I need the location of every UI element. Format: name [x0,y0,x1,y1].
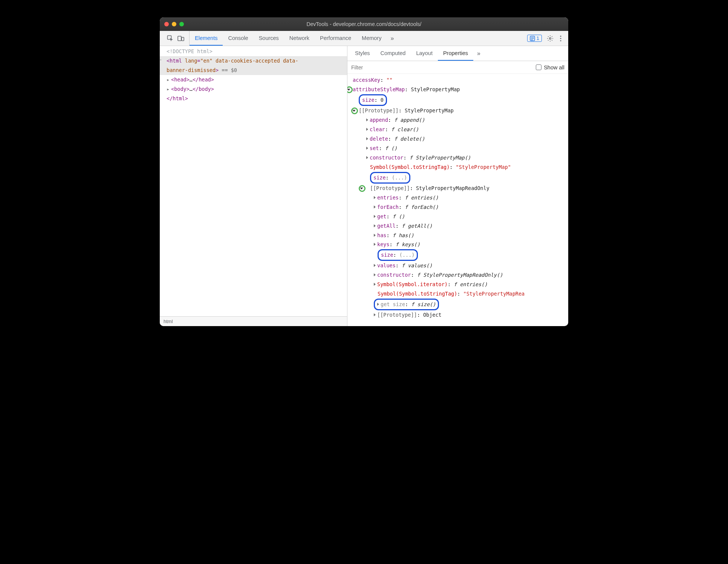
prop-size-0[interactable]: size: 0 [347,94,568,106]
inspect-element-icon[interactable] [165,33,176,44]
prop-get[interactable]: get: f () [347,212,568,221]
svg-point-9 [560,38,561,39]
prop-symbol-tostringtag-1[interactable]: Symbol(Symbol.toStringTag): "StyleProper… [347,162,568,172]
prop-foreach[interactable]: forEach: f forEach() [347,202,568,212]
issues-count: 1 [537,35,539,41]
show-all-label: Show all [544,64,564,70]
traffic-lights [164,22,184,26]
expand-icon[interactable] [359,185,366,192]
dom-doctype[interactable]: <!DOCTYPE html> [160,47,347,56]
show-all-toggle[interactable]: Show all [536,64,564,70]
prop-entries[interactable]: entries: f entries() [347,193,568,202]
close-window-button[interactable] [164,22,169,26]
prop-size-dots-2[interactable]: size: (...) [347,249,568,261]
svg-point-7 [549,37,551,39]
expand-icon[interactable] [351,107,358,114]
filter-input[interactable] [351,64,532,70]
filter-bar: Show all [347,61,568,74]
panel-tabs: Elements Console Sources Network Perform… [190,31,398,46]
prop-keys[interactable]: keys: f keys() [347,240,568,249]
devtools-window: DevTools - developer.chrome.com/docs/dev… [160,17,568,326]
prop-getall[interactable]: getAll: f getAll() [347,221,568,231]
breadcrumb[interactable]: html [160,316,347,326]
settings-icon[interactable] [545,33,555,44]
tab-memory[interactable]: Memory [356,31,387,46]
prop-get-size[interactable]: get size: f size() [347,299,568,310]
prop-append[interactable]: append: f append() [347,115,568,125]
svg-point-8 [560,35,561,37]
tab-computed[interactable]: Computed [375,46,411,61]
prop-symbol-tostringtag-2[interactable]: Symbol(Symbol.toStringTag): "StyleProper… [347,289,568,299]
tab-styles[interactable]: Styles [350,46,375,61]
window-title: DevTools - developer.chrome.com/docs/dev… [160,21,568,27]
dom-tree[interactable]: <!DOCTYPE html> ⋯ <html lang="en" data-c… [160,46,347,316]
sidebar-tabs: Styles Computed Layout Properties » [347,46,568,61]
tab-console[interactable]: Console [223,31,253,46]
dom-html-close[interactable]: </html> [160,94,347,103]
prop-constructor-2[interactable]: constructor: f StylePropertyMapReadOnly(… [347,270,568,280]
tab-elements[interactable]: Elements [190,31,223,46]
sidebar-panel: Styles Computed Layout Properties » Show… [347,46,568,326]
tab-network[interactable]: Network [284,31,315,46]
dom-head-element[interactable]: ▸<head>…</head> [160,75,347,84]
device-toolbar-icon[interactable] [176,33,186,44]
svg-rect-4 [531,37,534,38]
prop-prototype-2[interactable]: [[Prototype]]: StylePropertyMapReadOnly [347,184,568,193]
expand-icon[interactable] [347,86,353,93]
more-options-icon[interactable] [555,33,566,44]
tab-layout[interactable]: Layout [411,46,438,61]
prop-attributestylemap[interactable]: attributeStyleMap: StylePropertyMap [347,85,568,94]
svg-point-10 [560,40,561,41]
prop-prototype-3[interactable]: [[Prototype]]: Object [347,310,568,320]
svg-rect-1 [178,36,181,41]
minimize-window-button[interactable] [172,22,176,26]
more-tabs-icon[interactable]: » [387,31,398,46]
svg-rect-2 [182,37,184,41]
prop-accesskey[interactable]: accessKey: "" [347,75,568,85]
prop-set[interactable]: set: f () [347,144,568,153]
prop-prototype-1[interactable]: [[Prototype]]: StylePropertyMap [347,106,568,115]
tab-performance[interactable]: Performance [315,31,356,46]
issues-badge[interactable]: 1 [527,35,542,42]
svg-rect-6 [531,40,533,40]
prop-size-dots-1[interactable]: size: (...) [347,172,568,184]
dom-body-element[interactable]: ▸<body>…</body> [160,84,347,94]
properties-tree[interactable]: accessKey: "" attributeStyleMap: StylePr… [347,74,568,326]
svg-rect-5 [531,38,534,39]
prop-clear[interactable]: clear: f clear() [347,125,568,134]
prop-values[interactable]: values: f values() [347,261,568,270]
main-toolbar: Elements Console Sources Network Perform… [160,31,568,46]
more-sidebar-tabs-icon[interactable]: » [473,46,484,61]
prop-delete[interactable]: delete: f delete() [347,134,568,144]
elements-panel: <!DOCTYPE html> ⋯ <html lang="en" data-c… [160,46,347,326]
show-all-checkbox[interactable] [536,64,541,70]
tab-properties[interactable]: Properties [438,46,473,61]
prop-symbol-iterator[interactable]: Symbol(Symbol.iterator): f entries() [347,280,568,289]
dom-html-element[interactable]: ⋯ <html lang="en" data-cookies-accepted … [160,56,347,75]
tab-sources[interactable]: Sources [254,31,284,46]
titlebar: DevTools - developer.chrome.com/docs/dev… [160,17,568,31]
prop-has[interactable]: has: f has() [347,231,568,240]
prop-constructor-1[interactable]: constructor: f StylePropertyMap() [347,153,568,162]
content-area: <!DOCTYPE html> ⋯ <html lang="en" data-c… [160,46,568,326]
maximize-window-button[interactable] [179,22,184,26]
